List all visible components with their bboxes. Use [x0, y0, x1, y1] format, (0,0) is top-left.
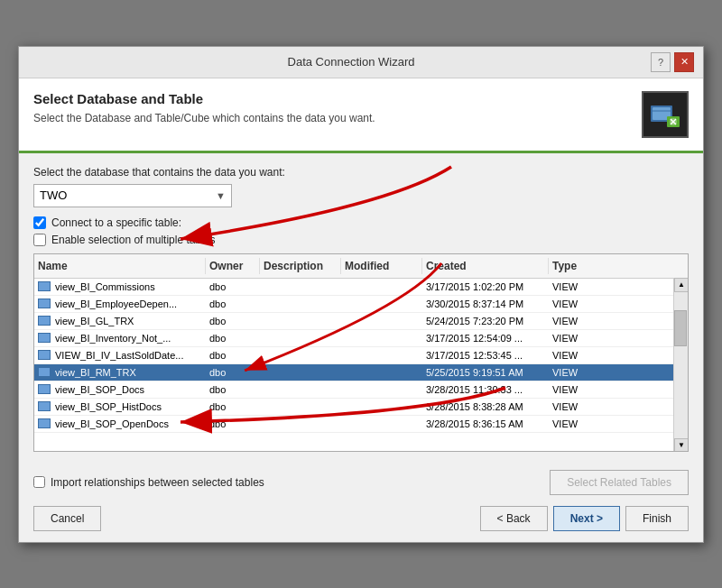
content-area: Select the database that contains the da…: [19, 153, 703, 464]
col-modified: Modified: [341, 258, 422, 274]
cell-modified: [341, 279, 422, 295]
table-icon: [38, 367, 51, 377]
back-button[interactable]: < Back: [480, 506, 548, 531]
cell-modified: [341, 399, 422, 415]
tables-list-container: Name Owner Description Modified Created …: [33, 253, 689, 452]
cell-name: view_BI_EmployeeDepen...: [34, 296, 206, 312]
cell-desc: [260, 313, 341, 329]
title-bar-controls: ? ✕: [651, 52, 694, 72]
scroll-down-button[interactable]: ▼: [674, 438, 689, 452]
help-button[interactable]: ?: [651, 52, 671, 72]
cell-type: VIEW: [549, 347, 612, 363]
table-icon: [38, 350, 51, 360]
cancel-button[interactable]: Cancel: [33, 506, 101, 531]
cell-name: VIEW_BI_IV_LastSoldDate...: [34, 347, 206, 363]
finish-button[interactable]: Finish: [625, 506, 689, 531]
table-icon: [38, 384, 51, 394]
cell-modified: [341, 416, 422, 432]
specific-table-label: Connect to a specific table:: [51, 216, 181, 229]
section-subtitle: Select the Database and Table/Cube which…: [33, 112, 375, 124]
table-header: Name Owner Description Modified Created …: [34, 254, 688, 279]
cell-name: view_BI_SOP_HistDocs: [34, 399, 206, 415]
scroll-track: [674, 292, 688, 438]
cell-type: VIEW: [549, 296, 612, 312]
cell-type: VIEW: [549, 364, 612, 381]
table-row[interactable]: view_BI_EmployeeDepen... dbo 3/30/2015 8…: [34, 296, 688, 313]
col-owner: Owner: [206, 258, 260, 274]
table-row[interactable]: view_BI_Inventory_Not_... dbo 3/17/2015 …: [34, 330, 688, 347]
header-icon: [642, 91, 689, 138]
cell-created: 5/25/2015 9:19:51 AM: [422, 364, 549, 381]
table-row[interactable]: view_BI_GL_TRX dbo 5/24/2015 7:23:20 PM …: [34, 313, 688, 330]
cell-name: view_BI_Inventory_Not_...: [34, 330, 206, 346]
table-row[interactable]: view_BI_SOP_Docs dbo 3/28/2015 11:30:33 …: [34, 381, 688, 399]
select-related-tables-button[interactable]: Select Related Tables: [550, 470, 689, 495]
dialog-title: Data Connection Wizard: [51, 55, 651, 69]
scroll-thumb[interactable]: [674, 310, 687, 346]
cell-created: 3/28/2015 8:38:28 AM: [422, 399, 549, 415]
cell-name: view_BI_Commissions: [34, 279, 206, 295]
table-row[interactable]: view_BI_RM_TRX dbo 5/25/2015 9:19:51 AM …: [34, 364, 688, 381]
table-row[interactable]: view_BI_SOP_OpenDocs dbo 3/28/2015 8:36:…: [34, 416, 688, 433]
cell-owner: dbo: [206, 296, 260, 312]
database-dropdown[interactable]: TWO ▼: [33, 184, 232, 207]
table-icon: [38, 333, 51, 343]
title-bar: Data Connection Wizard ? ✕: [19, 47, 703, 78]
table-icon: [38, 299, 51, 308]
cell-name: view_BI_GL_TRX: [34, 313, 206, 329]
cell-created: 3/28/2015 11:30:33 ...: [422, 381, 549, 398]
cell-created: 3/17/2015 12:54:09 ...: [422, 330, 549, 346]
cell-name: view_BI_SOP_Docs: [34, 381, 206, 398]
cell-name: view_BI_SOP_OpenDocs: [34, 416, 206, 432]
next-button[interactable]: Next >: [553, 506, 620, 531]
cell-created: 3/17/2015 1:02:20 PM: [422, 279, 549, 295]
cell-modified: [341, 364, 422, 381]
cell-type: VIEW: [549, 313, 612, 329]
table-icon: [38, 401, 51, 411]
table-row[interactable]: view_BI_SOP_HistDocs dbo 3/28/2015 8:38:…: [34, 399, 688, 416]
cell-type: VIEW: [549, 330, 612, 346]
specific-table-checkbox[interactable]: [33, 216, 46, 229]
cell-modified: [341, 313, 422, 329]
table-body: view_BI_Commissions dbo 3/17/2015 1:02:2…: [34, 279, 688, 450]
cell-modified: [341, 330, 422, 346]
scroll-up-button[interactable]: ▲: [674, 278, 689, 292]
header-text: Select Database and Table Select the Dat…: [33, 91, 375, 124]
cell-desc: [260, 330, 341, 346]
cell-owner: dbo: [206, 279, 260, 295]
table-row[interactable]: VIEW_BI_IV_LastSoldDate... dbo 3/17/2015…: [34, 347, 688, 364]
cell-desc: [260, 381, 341, 398]
dropdown-arrow-icon: ▼: [216, 190, 226, 201]
import-relationships-label: Import relationships between selected ta…: [51, 476, 264, 489]
import-row: Import relationships between selected ta…: [33, 470, 689, 495]
cell-desc: [260, 279, 341, 295]
scrollbar[interactable]: ▲ ▼: [673, 278, 688, 452]
cell-modified: [341, 296, 422, 312]
cell-modified: [341, 381, 422, 398]
table-row[interactable]: view_BI_Commissions dbo 3/17/2015 1:02:2…: [34, 279, 688, 296]
cell-type: VIEW: [549, 279, 612, 295]
data-connection-wizard: Data Connection Wizard ? ✕ Select Databa…: [18, 46, 704, 543]
footer-buttons: Cancel < Back Next > Finish: [33, 506, 689, 531]
cell-type: VIEW: [549, 416, 612, 432]
cell-owner: dbo: [206, 330, 260, 346]
cell-owner: dbo: [206, 416, 260, 432]
db-dropdown-row: TWO ▼: [33, 184, 689, 207]
cell-created: 5/24/2015 7:23:20 PM: [422, 313, 549, 329]
cell-owner: dbo: [206, 399, 260, 415]
cell-desc: [260, 347, 341, 363]
multiple-tables-checkbox[interactable]: [33, 234, 46, 246]
import-relationships-checkbox[interactable]: [33, 476, 45, 488]
close-button[interactable]: ✕: [674, 52, 694, 72]
table-icon: [38, 281, 51, 291]
table-icon: [38, 418, 51, 428]
dropdown-value: TWO: [40, 188, 67, 202]
cell-modified: [341, 347, 422, 363]
col-created: Created: [422, 258, 549, 274]
col-type: Type: [549, 258, 612, 274]
db-label: Select the database that contains the da…: [33, 166, 689, 179]
bottom-section: Import relationships between selected ta…: [19, 464, 703, 542]
col-description: Description: [260, 258, 341, 274]
cell-owner: dbo: [206, 313, 260, 329]
cell-name: view_BI_RM_TRX: [34, 364, 206, 381]
